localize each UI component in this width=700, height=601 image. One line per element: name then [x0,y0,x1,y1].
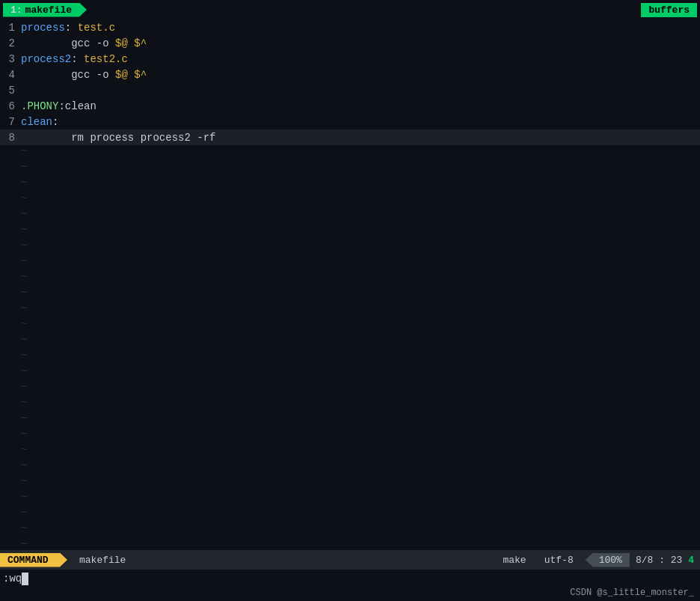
token: test.c [78,22,115,34]
tilde-char: ~ [21,161,27,177]
editor-line: 4 gcc -o $@ $^ [0,67,700,82]
line-number: 3 [0,53,21,65]
tilde-line: ~ [0,240,700,255]
tilde-char: ~ [21,460,27,475]
tilde-line: ~ [0,334,700,350]
tilde-number [0,318,21,334]
buffers-button[interactable]: buffers [641,3,697,17]
tilde-number [0,302,21,318]
tilde-line: ~ [0,475,700,491]
tilde-number [0,240,21,255]
status-filetype: make [494,555,535,566]
editor-line: 1process: test.c [0,19,700,35]
tilde-line: ~ [0,428,700,444]
tilde-char: ~ [21,271,27,287]
line-content: clean: [21,116,700,128]
status-bar: COMMAND makefile make utf-8 100% 8/8 : 2… [0,550,700,570]
tilde-char: ~ [21,475,27,491]
editor-content[interactable]: 1process: test.c2 gcc -o $@ $^3process2:… [0,19,700,550]
tilde-number [0,365,21,381]
tilde-line: ~ [0,271,700,287]
tilde-line: ~ [0,507,700,522]
tilde-number [0,460,21,475]
watermark-bar: CSDN @s_little_monster_ [0,588,700,601]
tilde-char: ~ [21,302,27,318]
tilde-char: ~ [21,365,27,381]
token: test2.c [84,53,128,65]
tilde-number [0,334,21,350]
line-content: gcc -o $@ $^ [21,37,700,49]
editor-line: 8 rm process process2 -rf [0,129,700,145]
line-content: process: test.c [21,22,700,34]
tilde-number [0,507,21,522]
tilde-number [0,491,21,507]
token: : [71,53,84,65]
token [21,132,71,144]
tilde-char: ~ [21,318,27,334]
tilde-line: ~ [0,145,700,161]
tilde-char: ~ [21,287,27,302]
token: : [65,22,78,34]
tilde-char: ~ [21,444,27,460]
tab-bar: 1:makefile buffers [0,0,700,19]
tilde-line: ~ [0,381,700,397]
line-content: rm process process2 -rf [21,132,700,144]
status-encoding: utf-8 [535,555,583,566]
tilde-number [0,412,21,428]
status-position: 8/8 : 23 4 [630,555,700,566]
command-text: :wq [3,573,22,585]
tab-makefile[interactable]: 1:makefile [3,3,87,17]
tilde-line: ~ [0,208,700,224]
token [21,69,71,81]
line-number: 5 [0,85,21,97]
line-number: 6 [0,100,21,112]
line-number: 8 [0,132,21,144]
token: process [21,22,65,34]
tilde-line: ~ [0,350,700,365]
tilde-char: ~ [21,381,27,397]
line-content: process2: test2.c [21,53,700,65]
tilde-line: ~ [0,365,700,381]
status-col-accent: 4 [688,555,694,566]
tilde-number [0,224,21,240]
token: gcc -o [71,69,115,81]
tilde-line: ~ [0,302,700,318]
token [21,37,71,49]
tilde-char: ~ [21,255,27,271]
tilde-number [0,161,21,177]
status-filename: makefile [67,555,138,566]
tilde-number [0,428,21,444]
tilde-char: ~ [21,145,27,161]
tilde-char: ~ [21,224,27,240]
line-number: 7 [0,116,21,128]
watermark-text: CSDN @s_little_monster_ [570,588,694,600]
tilde-number [0,255,21,271]
token: .PHONY [21,100,58,112]
tilde-number [0,208,21,224]
tilde-number [0,350,21,365]
status-col: 23 [671,555,683,566]
tilde-line: ~ [0,224,700,240]
tab-list: 1:makefile [3,3,87,17]
line-number: 1 [0,22,21,34]
tilde-line: ~ [0,460,700,475]
tilde-number [0,475,21,491]
tilde-number [0,145,21,161]
line-content: .PHONY:clean [21,100,700,112]
token: process2 [21,53,71,65]
token: gcc -o [71,37,115,49]
tab-name: makefile [25,4,72,16]
tilde-line: ~ [0,538,700,550]
tilde-line: ~ [0,491,700,507]
token: clean [21,116,52,128]
tilde-char: ~ [21,350,27,365]
editor-line: 6.PHONY:clean [0,98,700,114]
tilde-line: ~ [0,318,700,334]
tilde-line: ~ [0,412,700,428]
line-number: 2 [0,37,21,49]
tilde-number [0,522,21,538]
token: $^ [134,37,147,49]
tilde-char: ~ [21,507,27,522]
tilde-char: ~ [21,240,27,255]
command-line[interactable]: :wq [0,570,700,588]
